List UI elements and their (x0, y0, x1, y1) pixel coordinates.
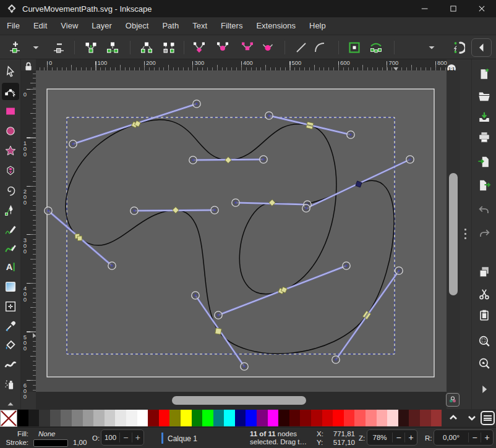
panel-divider[interactable] (460, 59, 471, 409)
palette-swatch-34[interactable] (387, 410, 398, 426)
menu-item-file[interactable]: File (0, 17, 27, 35)
palette-swatch-14[interactable] (169, 410, 181, 426)
divider-grip-icon[interactable] (464, 227, 466, 240)
palette-swatch-17[interactable] (202, 410, 213, 426)
object-to-path-button[interactable] (346, 39, 363, 56)
palette-swatch-28[interactable] (322, 410, 333, 426)
rotation-increase-button[interactable]: + (481, 433, 493, 442)
tool-ellipse[interactable] (2, 122, 19, 140)
duplicate-button[interactable] (476, 264, 492, 280)
node-corner-button[interactable] (190, 39, 208, 56)
dropdown-button[interactable] (423, 39, 440, 56)
menu-item-view[interactable]: View (54, 17, 85, 35)
palette-swatch-12[interactable] (148, 410, 159, 426)
handle-end-4-0[interactable] (232, 199, 239, 206)
tool-tweak[interactable] (2, 356, 19, 373)
zoom-drawing-button[interactable] (476, 355, 492, 371)
horizontal-ruler[interactable]: 0100200300400500600700800 (36, 59, 447, 70)
opacity-decrease-button[interactable]: − (119, 433, 131, 442)
handle-end-0-1[interactable] (193, 100, 200, 108)
zoom-value[interactable]: 78% (367, 434, 392, 441)
handle-end-9-0[interactable] (192, 292, 199, 299)
print-document-button[interactable] (476, 129, 492, 145)
palette-swatch-3[interactable] (50, 410, 61, 426)
paste-button[interactable] (476, 307, 492, 323)
canvas-svg[interactable] (36, 70, 447, 392)
palette-scroll-down-button[interactable] (465, 411, 479, 425)
zoom-selection-button[interactable] (476, 333, 492, 349)
palette-swatch-36[interactable] (409, 410, 420, 426)
vertical-ruler[interactable]: 0100200300400500600 (21, 70, 36, 392)
rotation-decrease-button[interactable]: − (468, 433, 481, 442)
tool-star[interactable] (2, 142, 19, 159)
opacity-value[interactable]: 100 (101, 434, 119, 441)
canvas-area[interactable] (36, 70, 447, 392)
handle-end-8-1[interactable] (332, 356, 340, 363)
menu-item-layer[interactable]: Layer (85, 17, 119, 35)
handle-end-3-1[interactable] (211, 206, 218, 214)
handle-end-0-0[interactable] (69, 140, 77, 148)
horizontal-scrollbar-thumb[interactable] (172, 396, 306, 405)
palette-swatch-4[interactable] (61, 410, 72, 426)
delete-segment-button[interactable] (160, 39, 177, 56)
palette-swatch-23[interactable] (268, 410, 279, 426)
insert-node-button[interactable] (6, 39, 24, 56)
new-document-button[interactable] (476, 66, 492, 82)
layer-name[interactable]: Calque 1 (168, 434, 197, 443)
tool-dropper[interactable] (2, 318, 19, 335)
tool-gradient[interactable] (2, 278, 19, 295)
snap-button[interactable] (449, 39, 466, 56)
palette-swatch-19[interactable] (224, 410, 235, 426)
tool-spiral[interactable] (2, 182, 19, 199)
stroke-color-swatch[interactable] (33, 439, 68, 447)
palette-swatch-29[interactable] (333, 410, 344, 426)
menu-item-text[interactable]: Text (186, 17, 214, 35)
palette-swatch-31[interactable] (354, 410, 366, 426)
handle-end-7-1[interactable] (343, 262, 350, 269)
tool-mesh-gradient[interactable] (2, 298, 19, 315)
menu-item-edit[interactable]: Edit (27, 17, 54, 35)
palette-swatch-2[interactable] (39, 410, 50, 426)
tool-rectangle[interactable] (2, 103, 19, 120)
palette-swatch-21[interactable] (246, 410, 257, 426)
delete-node-button[interactable] (50, 39, 67, 56)
minimize-button[interactable] (411, 0, 439, 17)
palette-swatch-35[interactable] (398, 410, 409, 426)
rotation-field[interactable]: 0,00° − + (434, 429, 494, 446)
palette-swatch-5[interactable] (72, 410, 83, 426)
expand-panel-button[interactable] (476, 381, 492, 397)
vertical-scrollbar-thumb[interactable] (449, 173, 458, 295)
color-management-toggle[interactable] (446, 393, 460, 407)
dropdown-button[interactable] (27, 39, 45, 56)
palette-swatch-8[interactable] (105, 410, 116, 426)
palette-swatch-26[interactable] (300, 410, 311, 426)
palette-swatch-11[interactable] (137, 410, 148, 426)
zoom-decrease-button[interactable]: − (392, 433, 404, 442)
import-button[interactable] (476, 154, 492, 170)
tool-calligraphy[interactable] (2, 240, 19, 257)
join-nodes-button[interactable] (82, 39, 100, 56)
close-button[interactable] (468, 0, 496, 17)
menu-item-object[interactable]: Object (119, 17, 156, 35)
handle-end-3-0[interactable] (130, 207, 138, 214)
handle-end-7-0[interactable] (215, 311, 222, 319)
menu-item-path[interactable]: Path (155, 17, 186, 35)
horizontal-scrollbar[interactable] (36, 392, 447, 409)
menu-item-help[interactable]: Help (302, 17, 333, 35)
tool-node-editor[interactable] (2, 83, 19, 100)
tool-spray[interactable] (2, 376, 19, 393)
rotation-value[interactable]: 0,00° (434, 434, 468, 441)
tool-box-3d[interactable] (2, 162, 19, 179)
opacity-field[interactable]: 100 − + (101, 429, 144, 446)
export-button[interactable] (476, 177, 492, 193)
save-document-button[interactable] (476, 109, 492, 125)
cut-button[interactable] (476, 286, 492, 302)
menu-item-filters[interactable]: Filters (214, 17, 249, 35)
palette-swatch-22[interactable] (257, 410, 268, 426)
tool-text[interactable]: A (2, 258, 19, 276)
node-auto-button[interactable] (259, 39, 276, 56)
fill-value[interactable]: None (38, 430, 56, 437)
handle-end-1-0[interactable] (265, 112, 273, 119)
palette-menu-button[interactable] (481, 411, 495, 425)
handle-end-5-0[interactable] (45, 207, 52, 214)
